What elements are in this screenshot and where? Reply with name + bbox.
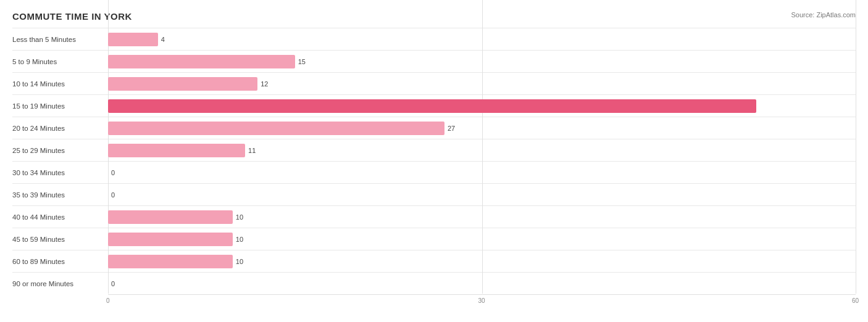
- bar-label: 25 to 29 Minutes: [12, 147, 108, 154]
- chart-container: COMMUTE TIME IN YORK Source: ZipAtlas.co…: [0, 0, 868, 322]
- bar-value-label: 12: [261, 80, 268, 88]
- bar-fill: [108, 77, 257, 91]
- bar-label: 60 to 89 Minutes: [12, 258, 108, 265]
- bar-label: Less than 5 Minutes: [12, 36, 108, 43]
- bar-track: 10: [108, 233, 856, 246]
- bar-row: Less than 5 Minutes4: [12, 28, 856, 50]
- bar-track: 10: [108, 210, 856, 224]
- bar-value-label: 15: [298, 58, 306, 65]
- bar-row: 40 to 44 Minutes10: [12, 205, 856, 228]
- chart-header: COMMUTE TIME IN YORK Source: ZipAtlas.co…: [12, 11, 856, 22]
- x-axis-tick: 60: [852, 297, 859, 304]
- x-axis-tick: 0: [106, 297, 110, 304]
- bar-value-label: 11: [248, 147, 256, 154]
- bar-label: 30 to 34 Minutes: [12, 169, 108, 176]
- bars-area: Less than 5 Minutes45 to 9 Minutes1510 t…: [12, 28, 856, 294]
- bar-track: 12: [108, 77, 856, 91]
- bar-track: 15: [108, 55, 856, 68]
- bar-track: 27: [108, 122, 856, 135]
- bar-value-label: 4: [161, 36, 165, 43]
- x-axis-tick: 30: [478, 297, 485, 304]
- bar-track: 4: [108, 33, 856, 46]
- bar-value-label: 27: [448, 125, 455, 132]
- bar-value-label: 10: [236, 236, 243, 243]
- bar-fill: [108, 122, 444, 135]
- bar-row: 30 to 34 Minutes0: [12, 161, 856, 183]
- bar-label: 15 to 19 Minutes: [12, 102, 108, 110]
- bar-track: 0: [108, 166, 856, 180]
- bar-fill: [108, 55, 295, 68]
- bar-track: 52: [108, 99, 856, 113]
- bar-row: 20 to 24 Minutes27: [12, 117, 856, 139]
- bar-row: 25 to 29 Minutes11: [12, 139, 856, 161]
- bar-row: 45 to 59 Minutes10: [12, 228, 856, 250]
- bar-track: 10: [108, 255, 856, 268]
- bar-row: 90 or more Minutes0: [12, 272, 856, 294]
- bar-value-label: 10: [236, 258, 243, 265]
- bar-row: 10 to 14 Minutes12: [12, 72, 856, 94]
- bar-row: 60 to 89 Minutes10: [12, 250, 856, 272]
- bar-row: 5 to 9 Minutes15: [12, 50, 856, 72]
- bars-wrapper: Less than 5 Minutes45 to 9 Minutes1510 t…: [12, 28, 856, 307]
- bar-track: 0: [108, 188, 856, 202]
- bar-label: 45 to 59 Minutes: [12, 236, 108, 243]
- bar-label: 5 to 9 Minutes: [12, 58, 108, 65]
- bar-fill: [108, 255, 233, 268]
- bar-label: 40 to 44 Minutes: [12, 213, 108, 221]
- bar-fill: [108, 210, 233, 224]
- bar-label: 35 to 39 Minutes: [12, 191, 108, 199]
- bar-fill: [108, 33, 158, 46]
- bar-fill: [108, 233, 233, 246]
- bar-label: 20 to 24 Minutes: [12, 125, 108, 132]
- bar-value-label: 52: [845, 102, 852, 110]
- bar-row: 35 to 39 Minutes0: [12, 183, 856, 205]
- bar-track: 11: [108, 144, 856, 157]
- bar-row: 15 to 19 Minutes52: [12, 94, 856, 117]
- bar-value-label: 0: [111, 191, 115, 199]
- x-axis: 03060: [108, 294, 856, 307]
- chart-title: COMMUTE TIME IN YORK: [12, 11, 132, 22]
- bar-fill: [108, 144, 245, 157]
- bar-label: 10 to 14 Minutes: [12, 80, 108, 88]
- bar-value-label: 0: [111, 169, 115, 176]
- bar-track: 0: [108, 277, 856, 291]
- chart-source: Source: ZipAtlas.com: [791, 11, 856, 19]
- bar-fill: [108, 99, 756, 113]
- bar-label: 90 or more Minutes: [12, 280, 108, 287]
- bar-value-label: 10: [236, 213, 243, 221]
- bar-value-label: 0: [111, 280, 115, 287]
